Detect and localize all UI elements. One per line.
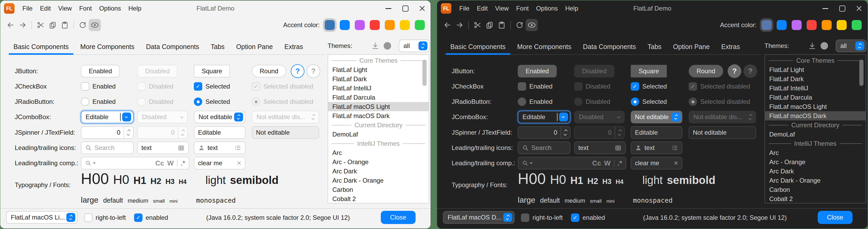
radio-enabled[interactable]: Enabled <box>518 95 553 108</box>
menu-help[interactable]: Help <box>125 1 145 16</box>
refresh-button[interactable] <box>76 19 89 31</box>
list-icon[interactable] <box>235 144 241 151</box>
radio-selected[interactable]: Selected <box>194 95 230 108</box>
minimize-button[interactable] <box>380 1 397 16</box>
menu-edit[interactable]: Edit <box>36 1 55 16</box>
theme-item[interactable]: FlatLaf Darcula <box>765 93 866 102</box>
list-icon[interactable] <box>671 144 678 151</box>
checkbox-enabled[interactable]: Enabled <box>81 80 116 93</box>
combobox-arrow-button[interactable] <box>122 113 131 121</box>
back-button[interactable] <box>441 19 454 31</box>
show-hidden-toggle-button[interactable] <box>526 19 538 31</box>
combobox-arrows-button[interactable] <box>503 213 512 222</box>
menu-view[interactable]: View <box>491 1 513 16</box>
theme-item[interactable]: FlatLaf macOS Dark <box>328 111 429 120</box>
theme-item[interactable]: Arc <box>328 148 429 157</box>
menu-font[interactable]: Font <box>75 1 96 16</box>
theme-item[interactable]: FlatLaf Light <box>765 65 866 74</box>
regex-button[interactable]: .* <box>181 159 185 167</box>
menu-edit[interactable]: Edit <box>473 1 491 16</box>
themes-filter-combobox[interactable]: all <box>399 39 430 52</box>
theme-item[interactable]: FlatLaf macOS Light <box>765 102 866 111</box>
theme-item[interactable]: Arc Dark <box>328 167 429 176</box>
radio-selected[interactable]: Selected <box>631 95 667 108</box>
editable-textfield[interactable]: Editable <box>631 126 682 139</box>
spinner[interactable]: 0 <box>518 126 570 139</box>
search-options-field[interactable]: Cc W .* <box>518 157 626 169</box>
menu-options[interactable]: Options <box>532 1 562 16</box>
clear-me-field[interactable]: clear me × <box>194 157 245 169</box>
theme-item[interactable]: Arc - Orange <box>328 157 429 167</box>
spinner[interactable]: 0 <box>81 126 133 139</box>
theme-item[interactable]: DemoLaf <box>328 130 429 139</box>
noneditable-combobox[interactable]: Not editable <box>194 111 245 123</box>
maximize-button[interactable] <box>397 1 414 16</box>
menu-help[interactable]: Help <box>561 1 582 16</box>
editable-combobox[interactable]: Editable <box>81 111 133 123</box>
checkbox-enabled[interactable]: Enabled <box>518 80 553 93</box>
regex-button[interactable]: .* <box>618 159 622 167</box>
close-dialog-button[interactable]: Close <box>381 211 415 224</box>
forward-button[interactable] <box>17 19 29 31</box>
minimize-button[interactable] <box>817 1 834 16</box>
download-themes-button[interactable] <box>371 42 379 50</box>
calendar-icon[interactable] <box>615 144 621 151</box>
accent-swatch-red[interactable] <box>807 20 817 30</box>
accent-swatch-orange[interactable] <box>822 20 832 30</box>
themes-filter-combobox[interactable]: all <box>836 39 867 52</box>
whole-word-button[interactable]: W <box>604 159 611 167</box>
theme-item[interactable]: Cobalt 2 <box>328 194 429 203</box>
theme-item[interactable]: FlatLaf IntelliJ <box>765 84 866 93</box>
show-hidden-toggle-button[interactable] <box>89 19 101 31</box>
clear-me-field[interactable]: clear me × <box>631 157 682 169</box>
copy-button[interactable] <box>484 19 496 31</box>
calendar-icon[interactable] <box>178 144 185 151</box>
forward-button[interactable] <box>454 19 466 31</box>
calendar-text-field[interactable]: text <box>137 142 189 154</box>
calendar-text-field[interactable]: text <box>574 142 626 154</box>
search-dropdown-icon[interactable] <box>522 160 528 166</box>
accent-swatch-blue[interactable] <box>777 20 786 30</box>
theme-item[interactable]: FlatLaf Light <box>328 65 429 74</box>
whole-word-button[interactable]: W <box>167 159 174 167</box>
search-field[interactable]: Search <box>518 142 570 154</box>
combobox-arrows-button[interactable] <box>855 41 864 50</box>
search-options-field[interactable]: Cc W .* <box>81 157 189 169</box>
laf-combobox[interactable]: FlatLaf macOS D... <box>443 211 515 224</box>
menu-file[interactable]: File <box>19 1 36 16</box>
close-window-button[interactable] <box>850 1 867 16</box>
accent-swatch-default[interactable] <box>762 20 772 30</box>
search-dropdown-icon[interactable] <box>85 160 91 166</box>
paste-button[interactable] <box>496 19 508 31</box>
theme-item[interactable]: FlatLaf macOS Dark <box>765 111 866 120</box>
download-themes-button[interactable] <box>808 42 816 50</box>
accent-swatch-default[interactable] <box>325 20 335 30</box>
tab-basic-components[interactable]: Basic Components <box>444 39 512 54</box>
combobox-arrows-button[interactable] <box>418 41 427 50</box>
theme-item[interactable]: Carbon <box>328 185 429 194</box>
accent-swatch-green[interactable] <box>852 20 862 30</box>
help-button[interactable]: ? <box>291 64 304 78</box>
editable-combobox[interactable]: Editable <box>518 111 570 123</box>
enabled-checkbox[interactable]: ✓ enabled <box>134 211 168 224</box>
theme-item[interactable]: Arc - Orange <box>765 157 866 167</box>
theme-item[interactable]: Carbon <box>765 185 866 194</box>
clear-icon[interactable]: × <box>237 159 241 167</box>
editable-textfield[interactable]: Editable <box>194 126 245 139</box>
close-window-button[interactable] <box>414 1 431 16</box>
themes-scrollbar-thumb[interactable] <box>859 60 864 86</box>
menu-font[interactable]: Font <box>513 1 532 16</box>
github-button[interactable] <box>383 41 392 50</box>
spinner-buttons[interactable] <box>124 127 133 138</box>
accent-swatch-red[interactable] <box>370 20 380 30</box>
cut-button[interactable] <box>471 19 484 31</box>
combobox-arrows-button[interactable] <box>672 113 681 121</box>
tab-extras[interactable]: Extras <box>279 39 309 54</box>
rtl-checkbox[interactable]: right-to-left <box>521 211 563 224</box>
close-dialog-button[interactable]: Close <box>818 211 852 224</box>
tab-option-pane[interactable]: Option Pane <box>667 39 715 54</box>
tab-basic-components[interactable]: Basic Components <box>8 39 74 54</box>
menu-options[interactable]: Options <box>96 1 125 16</box>
accent-swatch-orange[interactable] <box>385 20 395 30</box>
tab-data-components[interactable]: Data Components <box>140 39 205 54</box>
